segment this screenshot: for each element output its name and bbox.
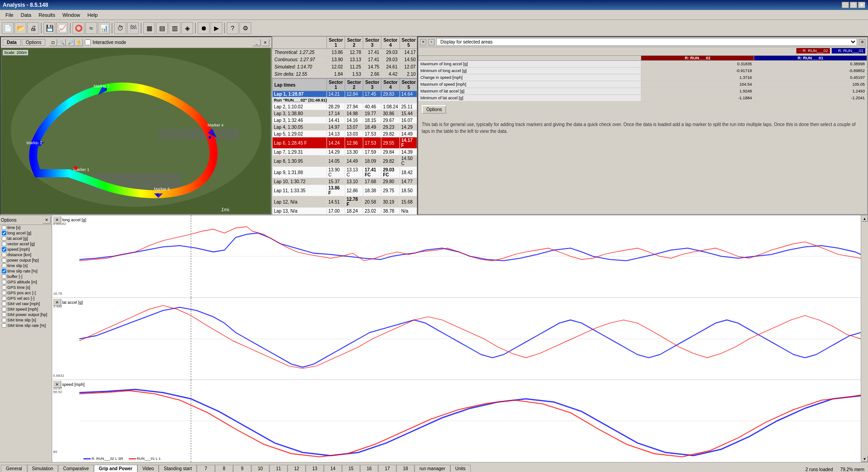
options-button[interactable]: Options — [422, 105, 446, 114]
new-button[interactable]: 📄 — [2, 22, 14, 34]
zoom-fit-button[interactable]: ⊡ — [49, 39, 57, 46]
zoom-out-button[interactable]: 🔍 — [58, 39, 66, 46]
tool1-button[interactable]: ▦ — [143, 22, 155, 34]
variable-checkbox[interactable] — [2, 280, 6, 284]
table-row[interactable]: Lap 7, 1:29.3114.2913.3017.5929.8414.39 — [273, 149, 417, 156]
best-lap-name[interactable]: Lap 1, 1:28.97 — [273, 91, 327, 97]
list-item[interactable]: SIM time slip [s] — [0, 317, 52, 323]
tab-simulation[interactable]: Simulation — [27, 465, 59, 472]
tab-13[interactable]: 13 — [306, 465, 324, 472]
list-item[interactable]: SIM speed [mph] — [0, 307, 52, 312]
list-item[interactable]: long accel [g] — [0, 230, 52, 236]
variable-checkbox[interactable] — [2, 225, 6, 230]
variable-checkbox[interactable] — [2, 318, 6, 322]
pan-button[interactable]: ✋ — [75, 39, 83, 46]
options-tab[interactable]: Options — [22, 39, 45, 46]
list-item[interactable]: speed [mph] — [0, 247, 52, 252]
table-row[interactable]: Lap 2, 1:10.0228.2927.9440.461:08.2425.1… — [273, 103, 417, 110]
flag-button[interactable]: 🏁 — [127, 22, 139, 34]
list-item[interactable]: time slip [s] — [0, 263, 52, 268]
variable-checkbox[interactable] — [2, 285, 6, 290]
map-close[interactable]: ✕ — [261, 39, 269, 46]
play-button[interactable]: ▶ — [210, 22, 222, 34]
timer-button[interactable]: ⏱ — [114, 22, 126, 34]
variable-checkbox[interactable] — [2, 274, 6, 279]
tab-12[interactable]: 12 — [288, 465, 306, 472]
list-item[interactable]: power output [hp] — [0, 258, 52, 263]
panel-close-btn[interactable]: ✕ — [420, 39, 426, 45]
tab-17[interactable]: 17 — [378, 465, 396, 472]
tab-18[interactable]: 18 — [396, 465, 414, 472]
tab-7[interactable]: 7 — [197, 465, 215, 472]
tab-general[interactable]: General — [1, 465, 27, 472]
scroll-up-btn[interactable]: ▲ — [862, 215, 868, 222]
graph-button[interactable]: 📈 — [56, 22, 68, 34]
tab-9[interactable]: 9 — [233, 465, 251, 472]
maximize-button[interactable]: □ — [850, 2, 857, 8]
variable-checkbox[interactable] — [2, 263, 6, 268]
list-item[interactable]: lat accel [g] — [0, 236, 52, 241]
help-button[interactable]: ? — [227, 22, 239, 34]
variable-checkbox[interactable] — [2, 296, 6, 301]
tab-units[interactable]: Units — [450, 465, 471, 472]
table-row[interactable]: Lap 5, 1:29.0214.1313.0317.5329.8214.49 — [273, 131, 417, 137]
variable-checkbox[interactable] — [2, 242, 6, 246]
menu-window[interactable]: Window — [59, 11, 84, 19]
tool4-button[interactable]: ◈ — [181, 22, 193, 34]
table-row[interactable]: Lap 10, 1:30.7215.3713.1017.6829.8014.77 — [273, 178, 417, 185]
variable-checkbox[interactable] — [2, 231, 6, 235]
menu-file[interactable]: File — [2, 11, 17, 19]
list-item[interactable]: SIM time slip rate [%] — [0, 323, 52, 328]
chart1-close[interactable]: ✕ — [53, 216, 61, 224]
variable-checkbox[interactable] — [2, 236, 6, 241]
table-row[interactable]: Lap 8, 1:30.9514.0514.4918.0929.8214.50 … — [273, 156, 417, 167]
rec-button[interactable]: ⏺ — [198, 22, 210, 34]
tab-16[interactable]: 16 — [360, 465, 378, 472]
bar-chart-button[interactable]: 📊 — [98, 22, 110, 34]
open-button[interactable]: 📂 — [15, 22, 26, 34]
scroll-down-btn[interactable]: ▼ — [862, 456, 868, 462]
list-item[interactable]: GPS altitude [m] — [0, 279, 52, 285]
right-scrollbar[interactable]: ▲ ▼ — [861, 215, 868, 462]
tab-14[interactable]: 14 — [324, 465, 342, 472]
table-row[interactable]: Lap 11, 1:33.3513.86 F12.8618.3829.7518.… — [273, 185, 417, 196]
variable-checkbox[interactable] — [2, 291, 6, 295]
tab-8[interactable]: 8 — [215, 465, 233, 472]
lap-button[interactable]: ⭕ — [73, 22, 84, 34]
tab-comparative[interactable]: Comparative — [58, 465, 94, 472]
list-item[interactable]: vector accel [g] — [0, 241, 52, 247]
tool3-button[interactable]: ▥ — [169, 22, 180, 34]
zoom-in-button[interactable]: 🔎 — [66, 39, 74, 46]
variable-checkbox[interactable] — [2, 312, 6, 317]
tab-15[interactable]: 15 — [342, 465, 360, 472]
data-tab[interactable]: Data — [3, 39, 21, 46]
minimize-button[interactable]: _ — [842, 2, 849, 8]
settings-button[interactable]: ⚙ — [239, 22, 251, 34]
table-row[interactable]: Lap 4, 1:30.0514.9713.0718.4929.2314.29 — [273, 124, 417, 131]
tab-video[interactable]: Video — [137, 465, 159, 472]
tab-11[interactable]: 11 — [269, 465, 288, 472]
list-item[interactable]: SIM power output [hp] — [0, 312, 52, 317]
print-button[interactable]: 🖨 — [27, 22, 39, 34]
chart2-close[interactable]: ✕ — [53, 299, 61, 306]
menu-data[interactable]: Data — [17, 11, 35, 19]
menu-help[interactable]: Help — [84, 11, 102, 19]
variable-checkbox[interactable] — [2, 269, 6, 273]
list-item[interactable]: time [s] — [0, 225, 52, 230]
panel-expand2-btn[interactable]: ⊞ — [859, 39, 865, 45]
map-minimize[interactable]: _ — [253, 39, 261, 46]
chart3-close[interactable]: ✕ — [53, 381, 61, 388]
variable-checkbox[interactable] — [2, 258, 6, 263]
variable-checkbox[interactable] — [2, 307, 6, 311]
variable-checkbox[interactable] — [2, 302, 6, 306]
table-row[interactable]: Lap 12, N/a14.5112.78 F20.5830.1915.68 — [273, 196, 417, 208]
list-item[interactable]: buffer [-] — [0, 274, 52, 279]
display-dropdown[interactable]: Display for selected areas — [436, 38, 857, 46]
table-row[interactable]: Lap 3, 1:38.8017.1414.9819.7730.8615.44 — [273, 110, 417, 117]
variable-checkbox[interactable] — [2, 247, 6, 252]
interactive-mode-check[interactable]: Interactive mode — [85, 39, 126, 45]
lap-times-container[interactable]: Lap times Sector 1 Sector 2 Sector 3 Sec… — [272, 78, 417, 215]
list-item[interactable]: distance [km] — [0, 252, 52, 258]
tab-standing-start[interactable]: Standing start — [159, 465, 197, 472]
variable-checkbox[interactable] — [2, 253, 6, 257]
